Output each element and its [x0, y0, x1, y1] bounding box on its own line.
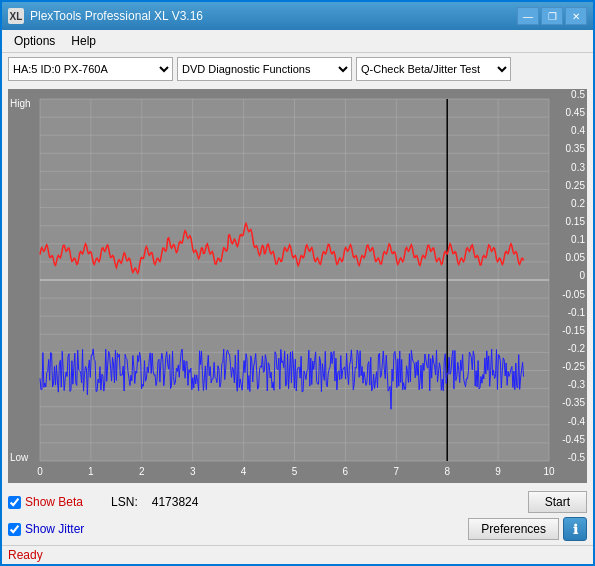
show-jitter-checkbox[interactable]	[8, 523, 21, 536]
menu-bar: Options Help	[2, 30, 593, 53]
test-select[interactable]: Q-Check Beta/Jitter Test	[356, 57, 511, 81]
function-select[interactable]: DVD Diagnostic Functions	[177, 57, 352, 81]
restore-button[interactable]: ❐	[541, 7, 563, 25]
title-bar-left: XL PlexTools Professional XL V3.16	[8, 8, 203, 24]
start-button[interactable]: Start	[528, 491, 587, 513]
lsn-label: LSN:	[111, 495, 138, 509]
preferences-button[interactable]: Preferences	[468, 518, 559, 540]
toolbar: HA:5 ID:0 PX-760A DVD Diagnostic Functio…	[2, 53, 593, 85]
menu-help[interactable]: Help	[63, 32, 104, 50]
window-title: PlexTools Professional XL V3.16	[30, 9, 203, 23]
bottom-panel: Show Beta LSN: 4173824 Start Show Jitter…	[2, 487, 593, 545]
minimize-button[interactable]: —	[517, 7, 539, 25]
bottom-row1: Show Beta LSN: 4173824 Start	[8, 491, 587, 513]
bottom-row2-left: Show Jitter	[8, 522, 84, 536]
menu-options[interactable]: Options	[6, 32, 63, 50]
drive-select[interactable]: HA:5 ID:0 PX-760A	[8, 57, 173, 81]
show-jitter-checkbox-label[interactable]: Show Jitter	[8, 522, 84, 536]
window-controls: — ❐ ✕	[517, 7, 587, 25]
status-bar: Ready	[2, 545, 593, 564]
title-bar: XL PlexTools Professional XL V3.16 — ❐ ✕	[2, 2, 593, 30]
show-beta-label: Show Beta	[25, 495, 83, 509]
info-button[interactable]: ℹ	[563, 517, 587, 541]
chart-area: 0.5 0.45 0.4 0.35 0.3 0.25 0.2 0.15 0.1 …	[8, 89, 587, 483]
right-buttons: Preferences ℹ	[468, 517, 587, 541]
chart-canvas	[8, 89, 587, 483]
main-window: XL PlexTools Professional XL V3.16 — ❐ ✕…	[0, 0, 595, 566]
close-button[interactable]: ✕	[565, 7, 587, 25]
lsn-value: 4173824	[152, 495, 199, 509]
status-text: Ready	[8, 548, 43, 562]
bottom-row2: Show Jitter Preferences ℹ	[8, 517, 587, 541]
show-beta-checkbox[interactable]	[8, 496, 21, 509]
show-beta-checkbox-label[interactable]: Show Beta	[8, 495, 83, 509]
show-jitter-label: Show Jitter	[25, 522, 84, 536]
app-icon: XL	[8, 8, 24, 24]
